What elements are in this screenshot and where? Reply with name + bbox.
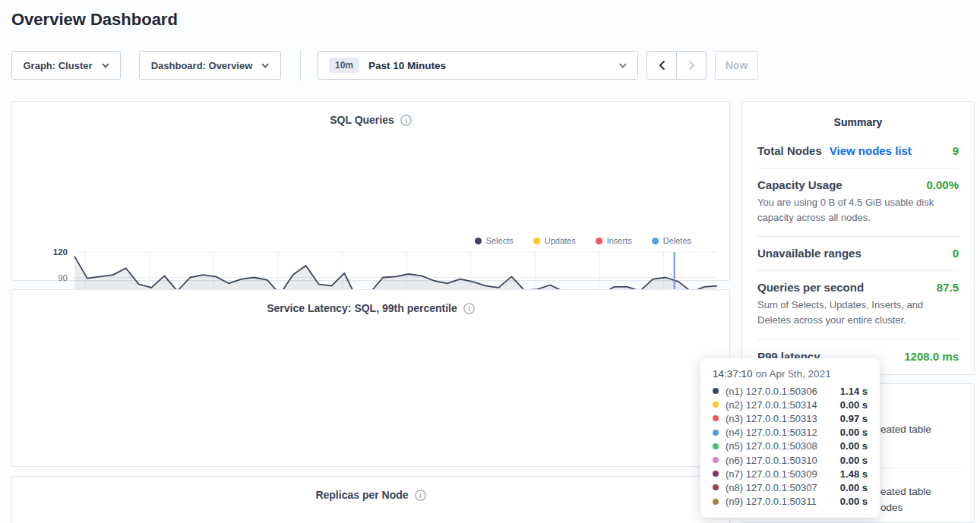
summary-panel: Summary Total Nodes View nodes list 9 Ca…: [741, 101, 975, 375]
info-icon[interactable]: i: [463, 303, 475, 317]
node-latency-value: 1.48 s: [840, 468, 868, 480]
graph-dropdown[interactable]: Graph: Cluster: [11, 51, 121, 80]
graph-dropdown-label: Graph: Cluster: [23, 60, 92, 71]
summary-row-unavailable: Unavailable ranges 0: [757, 237, 959, 271]
node-address: (n5) 127.0.0.1:50308: [726, 440, 817, 452]
view-nodes-list-link[interactable]: View nodes list: [830, 144, 912, 157]
sql-queries-card: SQL Queriesi SelectsUpdatesInsertsDelete…: [11, 101, 730, 281]
chevron-down-icon: [619, 63, 627, 68]
capacity-usage-desc: You are using 0 B of 4.5 GiB usable disk…: [757, 195, 959, 225]
capacity-usage-label: Capacity Usage: [757, 178, 842, 191]
tooltip-row: (n1) 127.0.0.1:503061.14 s: [713, 384, 868, 398]
svg-text:i: i: [468, 304, 470, 313]
node-latency-value: 0.00 s: [840, 482, 868, 493]
tooltip-row: (n5) 127.0.0.1:503080.00 s: [713, 440, 868, 453]
node-latency-value: 0.00 s: [840, 496, 868, 507]
chart-title: Service Latency: SQL, 99th percentile: [267, 302, 457, 314]
chevron-right-icon: [688, 60, 695, 71]
node-color-dot: [713, 484, 719, 490]
qps-label: Queries per second: [757, 281, 864, 294]
node-latency-value: 0.00 s: [840, 440, 868, 452]
tooltip-row: (n4) 127.0.0.1:503120.00 s: [713, 426, 868, 440]
node-color-dot: [713, 443, 719, 449]
node-color-dot: [713, 388, 719, 394]
tooltip-header: 14:37:10on Apr 5th, 2021: [713, 368, 868, 380]
qps-desc: Sum of Selects, Updates, Inserts, and De…: [757, 298, 959, 328]
total-nodes-value: 9: [953, 144, 959, 157]
tooltip-date: on Apr 5th, 2021: [756, 368, 831, 380]
service-latency-card: Service Latency: SQL, 99th percentilei 0…: [11, 289, 730, 467]
node-latency-value: 0.00 s: [840, 455, 868, 466]
node-latency-value: 0.00 s: [840, 399, 868, 411]
sql-queries-title-row: SQL Queriesi: [12, 114, 729, 128]
tooltip-row: (n2) 127.0.0.1:503140.00 s: [713, 398, 868, 411]
p99-latency-value: 1208.0 ms: [904, 350, 959, 363]
now-button[interactable]: Now: [715, 51, 758, 80]
time-range-selector[interactable]: 10m Past 10 Minutes: [318, 51, 638, 80]
time-next-button[interactable]: [676, 51, 707, 80]
replicas-title-row: Replicas per Nodei: [12, 489, 729, 503]
svg-text:90: 90: [58, 273, 68, 282]
replicas-per-node-card: Replicas per Nodei: [11, 476, 730, 523]
node-address: (n1) 127.0.0.1:50306: [726, 386, 817, 397]
svg-text:i: i: [405, 116, 407, 124]
tooltip-row: (n6) 127.0.0.1:503100.00 s: [713, 453, 868, 467]
qps-value: 87.5: [937, 281, 959, 294]
node-color-dot: [713, 499, 719, 505]
summary-title: Summary: [757, 116, 959, 128]
chevron-left-icon: [659, 60, 665, 71]
toolbar-divider: [300, 50, 301, 80]
dashboard-dropdown[interactable]: Dashboard: Overview: [139, 51, 281, 80]
node-latency-value: 0.00 s: [840, 427, 868, 438]
summary-row-capacity: Capacity Usage 0.00% You are using 0 B o…: [757, 169, 959, 237]
tooltip-row: (n9) 127.0.0.1:503110.00 s: [713, 495, 868, 509]
node-address: (n3) 127.0.0.1:50313: [726, 413, 817, 424]
tooltip-time: 14:37:10: [713, 368, 753, 380]
chart-title: SQL Queries: [330, 114, 394, 126]
event-text-fragment: eated table: [880, 486, 931, 497]
node-address: (n4) 127.0.0.1:50312: [726, 427, 817, 438]
capacity-usage-value: 0.00%: [926, 178, 959, 191]
node-latency-value: 1.14 s: [840, 386, 868, 397]
node-address: (n8) 127.0.0.1:50307: [726, 482, 817, 493]
summary-row-total-nodes: Total Nodes View nodes list 9: [757, 134, 959, 169]
dashboard-dropdown-label: Dashboard: Overview: [151, 60, 253, 71]
node-color-dot: [713, 430, 719, 436]
node-address: (n2) 127.0.0.1:50314: [726, 399, 817, 411]
node-color-dot: [713, 402, 719, 408]
svg-text:120: 120: [53, 247, 68, 257]
node-address: (n9) 127.0.0.1:50311: [726, 496, 817, 507]
time-range-label: Past 10 Minutes: [368, 60, 446, 71]
node-color-dot: [713, 415, 719, 421]
node-latency-value: 0.97 s: [840, 413, 868, 424]
chart-hover-tooltip: 14:37:10on Apr 5th, 2021 (n1) 127.0.0.1:…: [700, 358, 880, 518]
node-address: (n6) 127.0.0.1:50310: [726, 455, 817, 466]
chevron-down-icon: [261, 63, 269, 68]
node-address: (n7) 127.0.0.1:50309: [726, 468, 817, 480]
node-color-dot: [713, 471, 719, 477]
time-nav-group: [646, 51, 707, 80]
event-text-fragment: eated table: [880, 424, 931, 435]
page-title: Overview Dashboard: [11, 10, 178, 30]
unavailable-ranges-label: Unavailable ranges: [757, 247, 861, 260]
service-latency-title-row: Service Latency: SQL, 99th percentilei: [12, 302, 729, 317]
chevron-down-icon: [102, 63, 109, 68]
info-icon[interactable]: i: [400, 115, 412, 128]
tooltip-row: (n3) 127.0.0.1:503130.97 s: [713, 411, 868, 425]
chart-title: Replicas per Node: [315, 489, 408, 501]
time-range-badge: 10m: [329, 58, 359, 73]
info-icon[interactable]: i: [415, 490, 426, 503]
event-text-fragment: odes: [880, 502, 903, 513]
unavailable-ranges-value: 0: [953, 247, 959, 260]
node-color-dot: [713, 457, 719, 463]
tooltip-row: (n8) 127.0.0.1:503070.00 s: [713, 480, 868, 494]
total-nodes-label: Total Nodes: [757, 144, 822, 157]
svg-text:i: i: [419, 491, 422, 499]
time-prev-button[interactable]: [646, 51, 677, 80]
summary-row-qps: Queries per second 87.5 Sum of Selects, …: [757, 271, 959, 339]
tooltip-row: (n7) 127.0.0.1:503091.48 s: [713, 467, 868, 480]
tooltip-rows: (n1) 127.0.0.1:503061.14 s(n2) 127.0.0.1…: [713, 384, 868, 509]
